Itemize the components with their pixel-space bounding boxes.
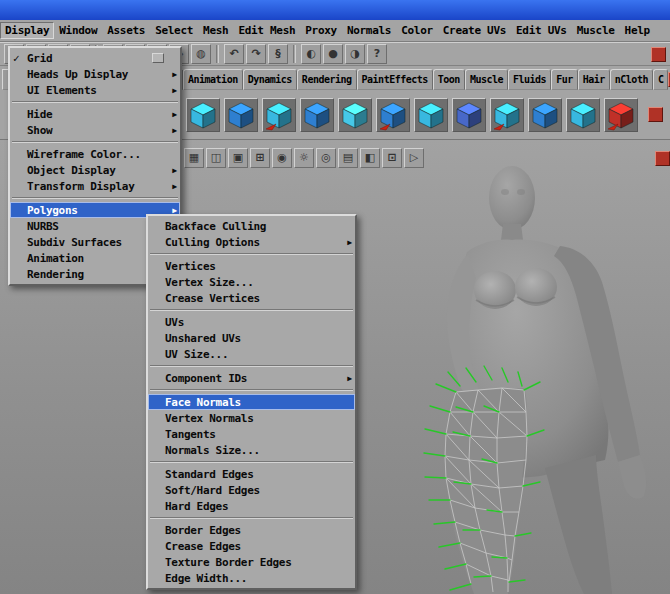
model-back-leg bbox=[545, 455, 612, 594]
menu-item-unshared-uvs[interactable]: Unshared UVs bbox=[148, 330, 355, 346]
render-current-frame-icon[interactable]: ● bbox=[323, 44, 343, 64]
menu-item-soft-hard-edges[interactable]: Soft/Hard Edges bbox=[148, 482, 355, 498]
menu-muscle[interactable]: Muscle bbox=[572, 22, 620, 39]
menu-item-backface-culling[interactable]: Backface Culling bbox=[148, 218, 355, 234]
shelf-poly-tool-icon-6[interactable] bbox=[376, 98, 410, 132]
input-connections-icon[interactable]: ↶ bbox=[224, 44, 244, 64]
shelf-poly-tool-icon-12[interactable] bbox=[604, 98, 638, 132]
shelf-poly-tool-icon-7[interactable] bbox=[414, 98, 448, 132]
help-icon[interactable]: ? bbox=[367, 44, 387, 64]
ipr-render-icon[interactable]: ◑ bbox=[345, 44, 365, 64]
menu-item-border-edges[interactable]: Border Edges bbox=[148, 522, 355, 538]
menu-item-label: Rendering bbox=[26, 268, 166, 281]
menu-item-label: Vertex Size... bbox=[164, 276, 341, 289]
menu-item-ui-elements[interactable]: UI Elements▶ bbox=[10, 82, 180, 98]
shelf-tab-fur[interactable]: Fur bbox=[551, 69, 578, 90]
shelf-tab-painteffects[interactable]: PaintEffects bbox=[357, 69, 433, 90]
shelf-tab-c[interactable]: C bbox=[653, 69, 669, 90]
menu-item-label: Edge Width... bbox=[164, 572, 341, 585]
menu-item-culling-options[interactable]: Culling Options▶ bbox=[148, 234, 355, 250]
menu-assets[interactable]: Assets bbox=[102, 22, 150, 39]
shelf-poly-tool-icon-11[interactable] bbox=[566, 98, 600, 132]
shelf-poly-tool-icon-3[interactable] bbox=[262, 98, 296, 132]
menu-window[interactable]: Window bbox=[54, 22, 102, 39]
menu-item-heads-up-display[interactable]: Heads Up Display▶ bbox=[10, 66, 180, 82]
shelf-poly-tool-icon-2[interactable] bbox=[224, 98, 258, 132]
shelf-poly-tool-icon-1[interactable] bbox=[186, 98, 220, 132]
output-connections-icon[interactable]: ↷ bbox=[246, 44, 266, 64]
make-live-icon[interactable]: ◍ bbox=[191, 44, 211, 64]
shelf-poly-tool-icon-10[interactable] bbox=[528, 98, 562, 132]
title-bar[interactable]: 9 Unlimited: untitled --- polySurface9..… bbox=[0, 0, 670, 20]
menu-item-label: Polygons bbox=[26, 204, 166, 217]
toolbar-red-button[interactable] bbox=[655, 151, 670, 166]
resolution-gate-icon[interactable]: ◎ bbox=[316, 148, 336, 168]
menu-item-vertices[interactable]: Vertices bbox=[148, 258, 355, 274]
menu-item-uv-size[interactable]: UV Size... bbox=[148, 346, 355, 362]
shelf-red-button[interactable] bbox=[648, 107, 663, 122]
menu-item-hide[interactable]: Hide▶ bbox=[10, 106, 180, 122]
menu-item-crease-edges[interactable]: Crease Edges bbox=[148, 538, 355, 554]
menu-edit-mesh[interactable]: Edit Mesh bbox=[233, 22, 300, 39]
shelf-poly-tool-icon-8[interactable] bbox=[452, 98, 486, 132]
submenu-arrow-icon: ▶ bbox=[341, 374, 352, 383]
menu-item-label: Unshared UVs bbox=[164, 332, 341, 345]
shelf-poly-tool-icon-9[interactable] bbox=[490, 98, 524, 132]
shelf-tab-fluids[interactable]: Fluids bbox=[508, 69, 551, 90]
shelf-tab-toon[interactable]: Toon bbox=[433, 69, 465, 90]
camera-icon[interactable]: ◉ bbox=[272, 148, 292, 168]
menu-item-uvs[interactable]: UVs bbox=[148, 314, 355, 330]
wireframe-display-icon[interactable]: ▦ bbox=[184, 148, 204, 168]
menu-color[interactable]: Color bbox=[396, 22, 438, 39]
menu-item-hard-edges[interactable]: Hard Edges bbox=[148, 498, 355, 514]
menu-display[interactable]: Display bbox=[0, 22, 54, 39]
light-icon[interactable]: ☼ bbox=[294, 148, 314, 168]
menu-item-standard-edges[interactable]: Standard Edges bbox=[148, 466, 355, 482]
menu-item-wireframe-color[interactable]: Wireframe Color... bbox=[10, 146, 180, 162]
shelf-tab-animation[interactable]: Animation bbox=[183, 69, 243, 90]
menu-separator bbox=[150, 461, 353, 463]
menu-item-vertex-size[interactable]: Vertex Size... bbox=[148, 274, 355, 290]
toolbar-separator bbox=[293, 45, 296, 63]
film-gate-icon[interactable]: ▤ bbox=[338, 148, 358, 168]
menu-item-texture-border-edges[interactable]: Texture Border Edges bbox=[148, 554, 355, 570]
shelf-tab-dynamics[interactable]: Dynamics bbox=[243, 69, 297, 90]
menu-item-tangents[interactable]: Tangents bbox=[148, 426, 355, 442]
menu-item-face-normals[interactable]: Face Normals bbox=[148, 394, 355, 410]
menu-item-label: Normals Size... bbox=[164, 444, 341, 457]
shelf-tab-muscle[interactable]: Muscle bbox=[465, 69, 508, 90]
menu-normals[interactable]: Normals bbox=[342, 22, 396, 39]
shelf-tab-hair[interactable]: Hair bbox=[578, 69, 610, 90]
shaded-display-icon[interactable]: ◫ bbox=[206, 148, 226, 168]
toolbar-red-button[interactable] bbox=[651, 47, 666, 62]
menu-item-edge-width[interactable]: Edge Width... bbox=[148, 570, 355, 586]
xray-icon[interactable]: ⊡ bbox=[382, 148, 402, 168]
shelf-poly-tool-icon-5[interactable] bbox=[338, 98, 372, 132]
construction-history-icon[interactable]: § bbox=[268, 44, 288, 64]
menu-item-grid[interactable]: ✓Grid bbox=[10, 50, 180, 66]
menu-item-vertex-normals[interactable]: Vertex Normals bbox=[148, 410, 355, 426]
menu-item-crease-vertices[interactable]: Crease Vertices bbox=[148, 290, 355, 306]
shelf-poly-tool-icon-4[interactable] bbox=[300, 98, 334, 132]
menu-item-show[interactable]: Show▶ bbox=[10, 122, 180, 138]
playblast-icon[interactable]: ▷ bbox=[404, 148, 424, 168]
menu-proxy[interactable]: Proxy bbox=[300, 22, 342, 39]
menu-item-object-display[interactable]: Object Display▶ bbox=[10, 162, 180, 178]
menu-create-uvs[interactable]: Create UVs bbox=[438, 22, 511, 39]
grid-toggle-icon[interactable]: ⊞ bbox=[250, 148, 270, 168]
option-box-icon[interactable] bbox=[152, 53, 164, 63]
menu-help[interactable]: Help bbox=[620, 22, 655, 39]
menu-item-normals-size[interactable]: Normals Size... bbox=[148, 442, 355, 458]
render-view-icon[interactable]: ◐ bbox=[301, 44, 321, 64]
model-chest bbox=[474, 271, 516, 309]
menu-edit-uvs[interactable]: Edit UVs bbox=[511, 22, 572, 39]
menu-select[interactable]: Select bbox=[150, 22, 198, 39]
isolate-select-icon[interactable]: ◧ bbox=[360, 148, 380, 168]
submenu-arrow-icon: ▶ bbox=[166, 70, 177, 79]
textured-display-icon[interactable]: ▣ bbox=[228, 148, 248, 168]
menu-item-component-ids[interactable]: Component IDs▶ bbox=[148, 370, 355, 386]
menu-item-transform-display[interactable]: Transform Display▶ bbox=[10, 178, 180, 194]
menu-mesh[interactable]: Mesh bbox=[198, 22, 233, 39]
shelf-tab-ncloth[interactable]: nCloth bbox=[610, 69, 653, 90]
shelf-tab-rendering[interactable]: Rendering bbox=[297, 69, 357, 90]
